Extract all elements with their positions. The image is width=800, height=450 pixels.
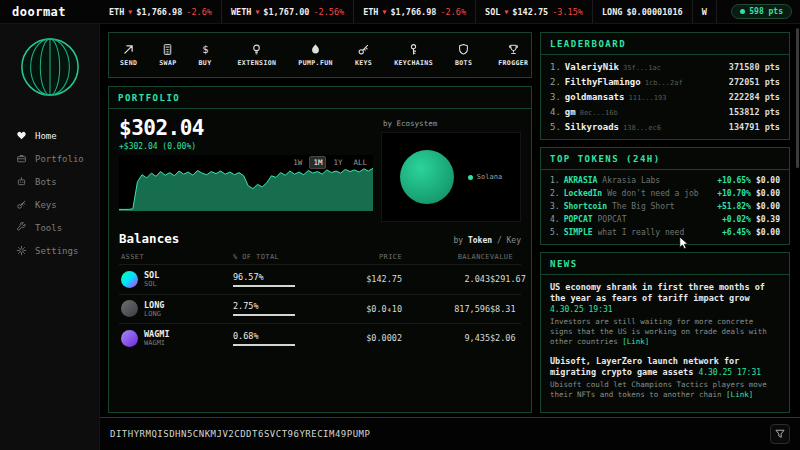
ticker-eth-2[interactable]: ETH ▼ $1,766.98 -2.6% [354, 0, 476, 23]
action-label: SEND [120, 59, 137, 67]
wagmi-token-icon [121, 330, 138, 347]
player-points: 153812 pts [729, 107, 780, 117]
token-description: We don't need a job [607, 189, 711, 198]
rank: 2. [550, 189, 560, 198]
top-tokens-panel: TOP TOKENS (24H) 1. AKRASIA Akrasia Labs… [540, 147, 790, 245]
balances-title: Balances [119, 231, 179, 246]
table-row-long[interactable]: LONG LONG 2.75% $0.0₄10 817,596 $8.31 [119, 294, 521, 324]
scrollbar-thumb[interactable] [796, 28, 799, 168]
sidebar-item-label: Settings [35, 246, 78, 256]
leaderboard-row[interactable]: 1. ValeriyNik 35f...1ac 371580 pts [541, 59, 789, 74]
ticker-w[interactable]: W [693, 0, 717, 23]
token-row[interactable]: 4. POPCAT POPCAT +0.02% $0.39 [541, 213, 789, 226]
briefcase-icon [16, 153, 27, 164]
points-badge[interactable]: 598 pts [731, 4, 792, 19]
news-timestamp: 4.30.25 17:31 [698, 368, 761, 377]
extension-button[interactable]: EXTENSION [227, 33, 288, 77]
news-link[interactable]: [Link] [726, 390, 753, 399]
doormat-app: doormat ETH ▼ $1,766.98 -2.6% WETH ▼ $1,… [0, 0, 800, 450]
token-row[interactable]: 1. AKRASIA Akrasia Labs +10.65% $0.00 [541, 174, 789, 187]
ticker-sol[interactable]: SOL ▼ $142.75 -3.15% [476, 0, 593, 23]
token-address-field[interactable]: DITHYRMQISDHN5CNKMJV2CDDT6SVCT96YRECIM49… [110, 429, 762, 439]
table-row-wagmi[interactable]: WAGMI WAGMI 0.68% $0.0002 9,435 $2.06 [119, 323, 521, 353]
filter-button[interactable] [770, 424, 790, 444]
send-button[interactable]: SEND [109, 33, 148, 77]
toggle-token-option[interactable]: Token [468, 236, 492, 245]
keys-button[interactable]: KEYS [344, 33, 383, 77]
sidebar-item-settings[interactable]: Settings [0, 239, 99, 262]
table-header-row: ASSET % OF TOTAL PRICE BALANCE VALUE [119, 250, 521, 264]
balances-table: ASSET % OF TOTAL PRICE BALANCE VALUE SOL [119, 250, 521, 353]
sidebar-item-bots[interactable]: Bots [0, 170, 99, 193]
pumpfun-button[interactable]: PUMP.FUN [287, 33, 344, 77]
token-row[interactable]: 3. Shortcoin The Big Short +51.82% $0.00 [541, 200, 789, 213]
rank: 3. [550, 92, 561, 102]
player-name: gm [565, 107, 576, 117]
asset-pct: 0.68% [233, 331, 330, 341]
action-label: PUMP.FUN [298, 59, 333, 67]
sidebar-item-portfolio[interactable]: Portfolio [0, 147, 99, 170]
toggle-by-label: by [454, 236, 464, 245]
wallet-address: 1cb...2af [645, 79, 683, 87]
leaderboard-row[interactable]: 3. goldmansats 111...193 222284 pts [541, 89, 789, 104]
main-content: SEND SWAP BUY EXTENSION PUMP.FUN [100, 24, 800, 417]
token-symbol: Shortcoin [564, 202, 607, 211]
down-arrow-icon: ▼ [382, 8, 386, 16]
token-description: The Big Short [612, 202, 711, 211]
toggle-key-option[interactable]: Key [507, 236, 521, 245]
ticker-eth[interactable]: ETH ▼ $1,766.98 -2.6% [100, 0, 222, 23]
top-tokens-list: 1. AKRASIA Akrasia Labs +10.65% $0.00 2.… [541, 170, 789, 244]
player-name: Silkyroads [565, 122, 619, 132]
asset-ticker: SOL [144, 280, 159, 288]
action-label: KEYCHAINS [394, 59, 433, 67]
token-price: $0.00 [756, 176, 780, 185]
range-1w-button[interactable]: 1W [289, 156, 306, 169]
sidebar-item-keys[interactable]: Keys [0, 193, 99, 216]
shield-icon [457, 43, 470, 56]
leaderboard-row[interactable]: 5. Silkyroads 138...ec6 134791 pts [541, 119, 789, 134]
bots-button[interactable]: BOTS [444, 33, 483, 77]
token-key-toggle[interactable]: by Token / Key [454, 236, 522, 245]
rank: 4. [550, 215, 560, 224]
leaderboard-row[interactable]: 4. gm 0ec...16b 153812 pts [541, 104, 789, 119]
rank: 3. [550, 202, 560, 211]
ecosystem-chart-box: Solana [381, 132, 521, 222]
sidebar-item-tools[interactable]: Tools [0, 216, 99, 239]
ticker-price: $142.75 [512, 7, 548, 17]
top-bar: doormat ETH ▼ $1,766.98 -2.6% WETH ▼ $1,… [0, 0, 800, 24]
leaderboard-panel: LEADERBOARD 1. ValeriyNik 35f...1ac 3715… [540, 32, 790, 140]
sidebar-item-label: Keys [35, 200, 57, 210]
buy-button[interactable]: BUY [188, 33, 223, 77]
rank: 1. [550, 176, 560, 185]
token-row[interactable]: 5. SIMPLE what I really need +6.45% $0.0… [541, 226, 789, 239]
app-logo[interactable]: doormat [0, 5, 100, 19]
main-right-column: LEADERBOARD 1. ValeriyNik 35f...1ac 3715… [540, 32, 790, 413]
ticker-symbol: W [702, 7, 707, 17]
ticker-long[interactable]: LONG $0.00001016 [593, 0, 693, 23]
portfolio-chart-column: $302.04 +$302.04 (0.00%) 1W 1M 1Y ALL [119, 117, 373, 222]
table-row-sol[interactable]: SOL SOL 96.57% $142.75 2.043 $291.67 [119, 264, 521, 294]
col-value: VALUE [490, 253, 519, 261]
news-link[interactable]: [Link] [622, 337, 649, 346]
ecosystem-label: by Ecosystem [383, 119, 437, 128]
token-price: $0.39 [756, 215, 780, 224]
leaderboard-list: 1. ValeriyNik 35f...1ac 371580 pts 2. Fi… [541, 55, 789, 139]
token-row[interactable]: 2. LockedIn We don't need a job +10.70% … [541, 187, 789, 200]
swap-button[interactable]: SWAP [148, 33, 187, 77]
token-change: +51.82% [717, 202, 751, 211]
robot-icon [16, 176, 27, 187]
pct-bar [233, 344, 295, 346]
legend-label: Solana [477, 173, 502, 181]
heart-icon [16, 130, 27, 141]
range-1m-button[interactable]: 1M [309, 156, 326, 169]
news-item: US economy shrank in first three months … [541, 277, 789, 351]
news-panel: NEWS US economy shrank in first three mo… [540, 252, 790, 413]
ticker-weth[interactable]: WETH ▼ $1,767.00 -2.56% [222, 0, 354, 23]
keychains-button[interactable]: KEYCHAINS [383, 33, 444, 77]
range-1y-button[interactable]: 1Y [329, 156, 346, 169]
sidebar-item-home[interactable]: Home [0, 124, 99, 147]
down-arrow-icon: ▼ [504, 8, 508, 16]
leaderboard-row[interactable]: 2. FilthyFlamingo 1cb...2af 272051 pts [541, 74, 789, 89]
range-all-button[interactable]: ALL [349, 156, 371, 169]
frogger-button[interactable]: FROGGER [487, 33, 532, 77]
